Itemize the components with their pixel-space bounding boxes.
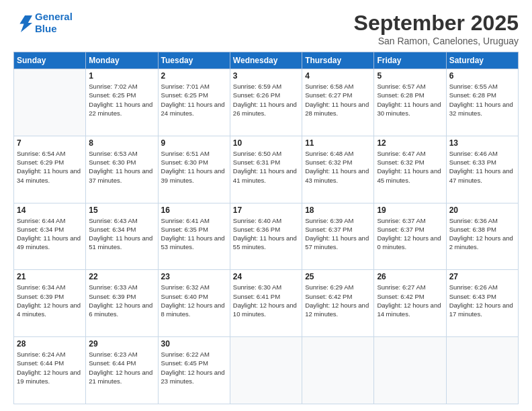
day-cell: 4 Sunrise: 6:58 AMSunset: 6:27 PMDayligh… [302, 69, 374, 136]
day-cell: 29 Sunrise: 6:23 AMSunset: 6:44 PMDaylig… [86, 337, 158, 404]
week-row-1: 7 Sunrise: 6:54 AMSunset: 6:29 PMDayligh… [14, 136, 519, 203]
day-number: 29 [89, 339, 154, 349]
svg-marker-0 [19, 15, 32, 32]
day-info: Sunrise: 6:22 AMSunset: 6:45 PMDaylight:… [161, 350, 227, 385]
day-info: Sunrise: 6:24 AMSunset: 6:44 PMDaylight:… [17, 350, 83, 385]
logo-icon [13, 13, 32, 32]
day-cell: 3 Sunrise: 6:59 AMSunset: 6:26 PMDayligh… [230, 69, 302, 136]
day-cell: 28 Sunrise: 6:24 AMSunset: 6:44 PMDaylig… [14, 337, 86, 404]
day-cell: 6 Sunrise: 6:55 AMSunset: 6:28 PMDayligh… [446, 69, 518, 136]
col-sunday: Sunday [14, 52, 86, 69]
day-info: Sunrise: 6:46 AMSunset: 6:33 PMDaylight:… [449, 149, 515, 185]
day-number: 17 [233, 205, 299, 215]
day-number: 7 [17, 138, 83, 148]
day-cell: 18 Sunrise: 6:39 AMSunset: 6:37 PMDaylig… [302, 203, 374, 270]
day-info: Sunrise: 6:26 AMSunset: 6:43 PMDaylight:… [449, 283, 515, 318]
day-number: 1 [89, 71, 154, 81]
day-info: Sunrise: 6:53 AMSunset: 6:30 PMDaylight:… [89, 149, 154, 185]
day-info: Sunrise: 6:51 AMSunset: 6:30 PMDaylight:… [161, 149, 227, 185]
week-row-0: 1 Sunrise: 7:02 AMSunset: 6:25 PMDayligh… [14, 69, 519, 136]
day-cell: 8 Sunrise: 6:53 AMSunset: 6:30 PMDayligh… [86, 136, 158, 203]
day-info: Sunrise: 6:33 AMSunset: 6:39 PMDaylight:… [89, 283, 154, 318]
col-friday: Friday [374, 52, 446, 69]
day-cell: 12 Sunrise: 6:47 AMSunset: 6:32 PMDaylig… [374, 136, 446, 203]
day-number: 8 [89, 138, 154, 148]
day-number: 14 [17, 205, 83, 215]
day-cell [446, 337, 518, 404]
week-row-2: 14 Sunrise: 6:44 AMSunset: 6:34 PMDaylig… [14, 203, 519, 270]
day-number: 2 [161, 71, 227, 81]
day-number: 23 [161, 272, 227, 281]
day-cell: 14 Sunrise: 6:44 AMSunset: 6:34 PMDaylig… [14, 203, 86, 270]
col-wednesday: Wednesday [230, 52, 302, 69]
col-saturday: Saturday [446, 52, 518, 69]
day-info: Sunrise: 6:29 AMSunset: 6:42 PMDaylight:… [305, 283, 371, 318]
day-cell: 9 Sunrise: 6:51 AMSunset: 6:30 PMDayligh… [158, 136, 230, 203]
day-number: 21 [17, 272, 83, 281]
day-number: 5 [377, 71, 443, 81]
day-info: Sunrise: 6:40 AMSunset: 6:36 PMDaylight:… [233, 216, 299, 252]
day-info: Sunrise: 7:01 AMSunset: 6:25 PMDaylight:… [161, 82, 227, 118]
day-number: 27 [449, 272, 515, 281]
day-cell [14, 69, 86, 136]
day-cell: 19 Sunrise: 6:37 AMSunset: 6:37 PMDaylig… [374, 203, 446, 270]
day-info: Sunrise: 6:48 AMSunset: 6:32 PMDaylight:… [305, 149, 371, 185]
day-cell: 30 Sunrise: 6:22 AMSunset: 6:45 PMDaylig… [158, 337, 230, 404]
header-row: Sunday Monday Tuesday Wednesday Thursday… [14, 52, 519, 69]
day-number: 6 [449, 71, 515, 81]
day-info: Sunrise: 6:27 AMSunset: 6:42 PMDaylight:… [377, 283, 443, 318]
day-cell: 7 Sunrise: 6:54 AMSunset: 6:29 PMDayligh… [14, 136, 86, 203]
day-cell: 21 Sunrise: 6:34 AMSunset: 6:39 PMDaylig… [14, 270, 86, 337]
day-cell: 20 Sunrise: 6:36 AMSunset: 6:38 PMDaylig… [446, 203, 518, 270]
day-info: Sunrise: 6:57 AMSunset: 6:28 PMDaylight:… [377, 82, 443, 118]
day-cell [302, 337, 374, 404]
day-info: Sunrise: 6:39 AMSunset: 6:37 PMDaylight:… [305, 216, 371, 252]
logo-text: General Blue [35, 11, 73, 35]
day-cell [230, 337, 302, 404]
day-info: Sunrise: 6:54 AMSunset: 6:29 PMDaylight:… [17, 149, 83, 185]
day-info: Sunrise: 6:44 AMSunset: 6:34 PMDaylight:… [17, 216, 83, 252]
day-cell: 10 Sunrise: 6:50 AMSunset: 6:31 PMDaylig… [230, 136, 302, 203]
header: General Blue September 2025 San Ramon, C… [13, 11, 519, 46]
day-info: Sunrise: 6:58 AMSunset: 6:27 PMDaylight:… [305, 82, 371, 118]
main-title: September 2025 [354, 11, 519, 36]
day-number: 24 [233, 272, 299, 281]
day-number: 22 [89, 272, 154, 281]
day-number: 12 [377, 138, 443, 148]
title-block: September 2025 San Ramon, Canelones, Uru… [354, 11, 519, 46]
day-cell: 26 Sunrise: 6:27 AMSunset: 6:42 PMDaylig… [374, 270, 446, 337]
day-cell: 24 Sunrise: 6:30 AMSunset: 6:41 PMDaylig… [230, 270, 302, 337]
week-row-3: 21 Sunrise: 6:34 AMSunset: 6:39 PMDaylig… [14, 270, 519, 337]
col-tuesday: Tuesday [158, 52, 230, 69]
day-cell: 5 Sunrise: 6:57 AMSunset: 6:28 PMDayligh… [374, 69, 446, 136]
day-info: Sunrise: 6:32 AMSunset: 6:40 PMDaylight:… [161, 283, 227, 318]
col-monday: Monday [86, 52, 158, 69]
calendar-table: Sunday Monday Tuesday Wednesday Thursday… [13, 52, 519, 404]
day-info: Sunrise: 6:41 AMSunset: 6:35 PMDaylight:… [161, 216, 227, 252]
day-cell: 16 Sunrise: 6:41 AMSunset: 6:35 PMDaylig… [158, 203, 230, 270]
day-number: 20 [449, 205, 515, 215]
day-cell: 15 Sunrise: 6:43 AMSunset: 6:34 PMDaylig… [86, 203, 158, 270]
day-cell: 23 Sunrise: 6:32 AMSunset: 6:40 PMDaylig… [158, 270, 230, 337]
day-number: 16 [161, 205, 227, 215]
day-number: 11 [305, 138, 371, 148]
day-number: 15 [89, 205, 154, 215]
day-info: Sunrise: 6:30 AMSunset: 6:41 PMDaylight:… [233, 283, 299, 318]
day-info: Sunrise: 6:34 AMSunset: 6:39 PMDaylight:… [17, 283, 83, 318]
day-cell: 17 Sunrise: 6:40 AMSunset: 6:36 PMDaylig… [230, 203, 302, 270]
day-cell: 2 Sunrise: 7:01 AMSunset: 6:25 PMDayligh… [158, 69, 230, 136]
logo-line2: Blue [35, 23, 57, 34]
day-number: 9 [161, 138, 227, 148]
page: General Blue September 2025 San Ramon, C… [0, 0, 532, 411]
day-info: Sunrise: 6:50 AMSunset: 6:31 PMDaylight:… [233, 149, 299, 185]
day-info: Sunrise: 6:47 AMSunset: 6:32 PMDaylight:… [377, 149, 443, 185]
day-info: Sunrise: 7:02 AMSunset: 6:25 PMDaylight:… [89, 82, 154, 118]
day-cell [374, 337, 446, 404]
day-info: Sunrise: 6:43 AMSunset: 6:34 PMDaylight:… [89, 216, 154, 252]
logo-line1: General [35, 11, 73, 22]
subtitle: San Ramon, Canelones, Uruguay [354, 36, 519, 46]
day-info: Sunrise: 6:55 AMSunset: 6:28 PMDaylight:… [449, 82, 515, 118]
day-number: 30 [161, 339, 227, 349]
day-number: 28 [17, 339, 83, 349]
day-number: 26 [377, 272, 443, 281]
